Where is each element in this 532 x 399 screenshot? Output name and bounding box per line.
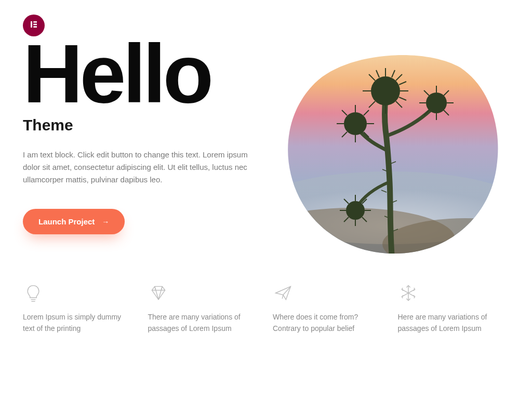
svg-line-62 — [282, 295, 283, 299]
svg-line-59 — [154, 286, 155, 290]
features-row: Lorem Ipsum is simply dummy text of the … — [23, 283, 509, 334]
feature-item: Lorem Ipsum is simply dummy text of the … — [23, 283, 135, 334]
svg-rect-1 — [33, 21, 37, 23]
feature-text: Lorem Ipsum is simply dummy text of the … — [23, 312, 135, 334]
svg-line-60 — [161, 286, 162, 290]
snowflake-icon — [398, 283, 419, 303]
feature-item: Here are many variations of passages of … — [398, 283, 510, 334]
launch-project-button[interactable]: Launch Project → — [23, 209, 125, 234]
paper-plane-icon — [273, 283, 294, 303]
lightbulb-icon — [23, 283, 44, 303]
feature-item: Where does it come from? Contrary to pop… — [273, 283, 384, 334]
feature-text: Where does it come from? Contrary to pop… — [273, 312, 384, 334]
svg-point-21 — [344, 112, 367, 135]
svg-rect-2 — [33, 24, 37, 25]
hero-body-text: I am text block. Click edit button to ch… — [23, 149, 261, 186]
feature-text: Here are many variations of passages of … — [398, 312, 510, 334]
launch-button-label: Launch Project — [38, 217, 95, 226]
svg-point-8 — [371, 76, 400, 105]
hero-section: Hello Theme I am text block. Click edit … — [23, 42, 509, 255]
feature-item: There are many variations of passages of… — [148, 283, 260, 334]
svg-point-39 — [346, 201, 365, 220]
hero-title: Hello — [23, 36, 261, 111]
hero-image — [278, 47, 502, 255]
feature-text: There are many variations of passages of… — [148, 312, 260, 334]
arrow-right-icon: → — [102, 218, 109, 226]
diamond-icon — [148, 283, 169, 303]
